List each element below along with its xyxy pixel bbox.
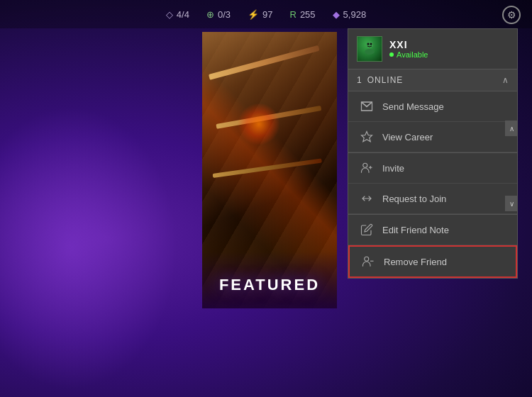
settings-button[interactable]: ⚙ xyxy=(502,6,521,24)
username: XXI xyxy=(389,39,509,50)
svg-point-9 xyxy=(365,257,369,261)
request-join-icon xyxy=(360,191,374,206)
gear-icon: ⚙ xyxy=(507,9,516,21)
menu-item-invite[interactable]: Invite xyxy=(348,153,517,184)
view-career-label: View Career xyxy=(382,132,433,142)
credits-icon: ⚡ xyxy=(248,9,259,20)
radianite-icon: R xyxy=(289,9,296,20)
fire-effect xyxy=(238,103,280,145)
avatar-image xyxy=(361,39,378,60)
menu-item-request-to-join[interactable]: Request to Join xyxy=(348,184,517,214)
vp-icon: ◆ xyxy=(333,9,340,20)
stat-boost: ⊕ 0/3 xyxy=(206,9,231,20)
career-icon xyxy=(360,130,374,144)
menu-item-view-career[interactable]: View Career xyxy=(348,122,517,152)
online-label: ONLINE xyxy=(367,75,404,85)
scroll-down-button[interactable]: ∨ xyxy=(505,196,518,211)
vp-value: 5,928 xyxy=(343,9,367,20)
svg-marker-5 xyxy=(362,132,372,142)
stat-tokens: ◇ 4/4 xyxy=(166,9,189,20)
token-icon: ◇ xyxy=(166,9,173,20)
featured-label: FEATURED xyxy=(202,276,337,294)
remove-friend-label: Remove Friend xyxy=(384,257,447,267)
user-header: XXI Available xyxy=(348,29,517,69)
avatar xyxy=(357,36,382,62)
status-indicator xyxy=(389,52,394,57)
menu-item-edit-friend-note[interactable]: Edit Friend Note xyxy=(348,215,517,245)
scroll-up-icon: ∧ xyxy=(509,125,514,133)
weapon-decoration-1 xyxy=(209,45,320,80)
online-count: 1 xyxy=(357,75,362,85)
svg-point-1 xyxy=(365,49,375,55)
token-value: 4/4 xyxy=(177,9,189,20)
menu-item-send-message[interactable]: Send Message xyxy=(348,91,517,122)
featured-image: FEATURED xyxy=(202,32,337,308)
collapse-icon[interactable]: ∧ xyxy=(502,75,509,85)
scroll-up-button[interactable]: ∧ xyxy=(505,121,518,136)
edit-note-icon xyxy=(360,223,374,237)
context-menu: XXI Available 1 ONLINE ∧ Send Message xyxy=(348,28,518,279)
svg-point-2 xyxy=(367,43,370,45)
user-status: Available xyxy=(389,50,509,59)
invite-icon xyxy=(360,161,374,175)
svg-point-6 xyxy=(363,163,367,167)
stat-radianite: R 255 xyxy=(289,9,315,20)
status-text: Available xyxy=(397,50,428,59)
edit-friend-note-label: Edit Friend Note xyxy=(382,225,449,235)
credits-value: 97 xyxy=(262,9,272,20)
radianite-value: 255 xyxy=(300,9,316,20)
envelope-icon xyxy=(360,99,374,113)
scroll-down-icon: ∨ xyxy=(509,200,514,208)
user-info: XXI Available xyxy=(389,39,509,59)
menu-item-remove-friend[interactable]: Remove Friend xyxy=(348,245,517,278)
svg-point-3 xyxy=(370,43,372,45)
avatar-icon xyxy=(361,39,378,56)
request-to-join-label: Request to Join xyxy=(382,194,446,204)
stat-credits: ⚡ 97 xyxy=(248,9,272,20)
invite-label: Invite xyxy=(382,163,404,174)
scroll-arrows: ∧ ∨ xyxy=(505,121,518,211)
top-bar: ◇ 4/4 ⊕ 0/3 ⚡ 97 R 255 ◆ 5,928 ⚙ xyxy=(0,0,532,28)
remove-friend-icon xyxy=(361,255,375,269)
online-section: 1 ONLINE ∧ xyxy=(348,69,517,91)
weapon-decoration-3 xyxy=(213,158,322,178)
send-message-label: Send Message xyxy=(382,101,444,112)
boost-icon: ⊕ xyxy=(206,9,214,20)
stat-vp: ◆ 5,928 xyxy=(333,9,367,20)
boost-value: 0/3 xyxy=(218,9,231,20)
